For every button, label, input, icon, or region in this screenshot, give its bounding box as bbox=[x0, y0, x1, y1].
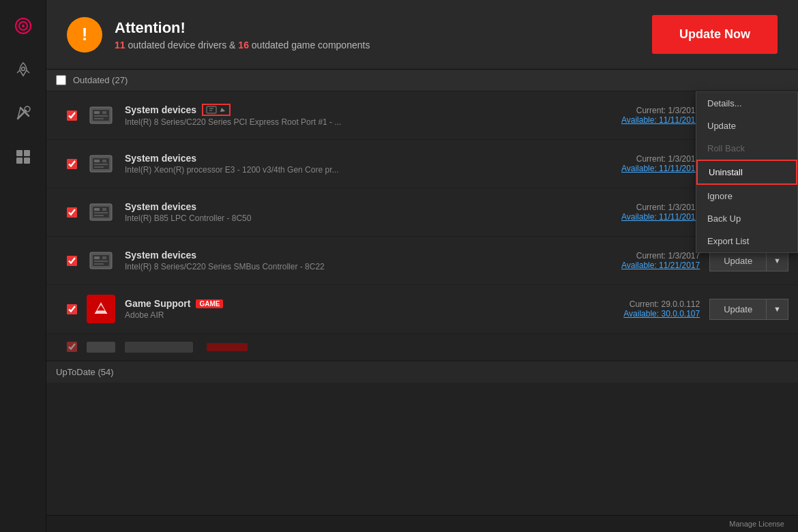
driver-icon-3 bbox=[87, 198, 115, 226]
dropdown-item-ignore[interactable]: Ignore bbox=[696, 185, 797, 207]
update-arrow-5[interactable]: ▼ bbox=[766, 299, 788, 320]
select-all-checkbox[interactable] bbox=[56, 75, 66, 85]
message-part1: outdated device drivers & bbox=[128, 40, 238, 50]
current-version-2: Current: 1/3/2017 bbox=[621, 154, 700, 164]
driver-sub-2: Intel(R) Xeon(R) processor E3 - 1200 v3/… bbox=[125, 165, 621, 175]
svg-rect-35 bbox=[94, 256, 100, 259]
driver-info-5: Game Support GAME Adobe AIR bbox=[125, 298, 623, 320]
driver-name-4: System devices bbox=[125, 250, 621, 261]
dropdown-item-update[interactable]: Update bbox=[696, 115, 797, 137]
update-arrow-4[interactable]: ▼ bbox=[766, 250, 788, 271]
svg-rect-29 bbox=[94, 208, 100, 211]
driver-name-3: System devices bbox=[125, 201, 621, 212]
update-now-button[interactable]: Update Now bbox=[652, 15, 778, 54]
driver-name-1: System devices bbox=[125, 104, 621, 116]
driver-icon-2 bbox=[87, 149, 115, 178]
table-row: System devices Intel(R) 8 Series/C220 Se… bbox=[46, 237, 798, 285]
table-row: System devices Intel(R) Xeon(R) processo… bbox=[46, 140, 798, 188]
uptodate-label: UpToDate (54) bbox=[56, 367, 114, 377]
svg-rect-23 bbox=[94, 160, 100, 162]
row-checkbox-6[interactable] bbox=[67, 342, 77, 352]
header-bar: ! Attention! 11 outdated device drivers … bbox=[46, 0, 798, 70]
svg-rect-16 bbox=[94, 115, 108, 117]
current-version-4: Current: 1/3/2017 bbox=[621, 251, 700, 261]
driver-info-2: System devices Intel(R) Xeon(R) processo… bbox=[125, 153, 621, 175]
driver-icon-1 bbox=[87, 101, 115, 130]
driver-sub-1: Intel(R) 8 Series/C220 Series PCI Expres… bbox=[125, 117, 621, 127]
sidebar bbox=[0, 0, 46, 532]
row-checkbox-2[interactable] bbox=[67, 159, 77, 169]
driver-info-4: System devices Intel(R) 8 Series/C220 Se… bbox=[125, 250, 621, 271]
header-left: ! Attention! 11 outdated device drivers … bbox=[67, 17, 370, 53]
svg-rect-31 bbox=[94, 212, 108, 213]
row-checkbox-1[interactable] bbox=[67, 110, 77, 121]
table-area: Outdated (27) System devices bbox=[46, 70, 798, 515]
driver-versions-3: Current: 1/3/2017 Available: 11/11/2017 bbox=[621, 203, 700, 222]
svg-rect-26 bbox=[94, 166, 104, 168]
bottom-section: UpToDate (54) bbox=[46, 361, 798, 383]
dropdown-item-details[interactable]: Details... bbox=[696, 92, 797, 115]
table-row: System devices Intel(R) 8 Series/C220 Se… bbox=[46, 91, 798, 140]
svg-rect-25 bbox=[94, 164, 108, 165]
sidebar-icon-grid[interactable] bbox=[11, 145, 35, 169]
svg-point-3 bbox=[21, 68, 25, 71]
svg-rect-11 bbox=[24, 158, 30, 164]
available-version-3[interactable]: Available: 11/11/2017 bbox=[621, 212, 700, 222]
dropdown-item-export[interactable]: Export List bbox=[696, 230, 797, 252]
outdated-count-2: 16 bbox=[238, 40, 249, 50]
message-part2: outdated game components bbox=[252, 40, 370, 50]
svg-rect-30 bbox=[102, 208, 106, 211]
manage-license-link[interactable]: Manage License bbox=[729, 520, 784, 528]
sidebar-icon-target[interactable] bbox=[11, 14, 35, 38]
driver-name-5: Game Support GAME bbox=[125, 298, 623, 309]
svg-rect-37 bbox=[94, 261, 108, 262]
main-content: ! Attention! 11 outdated device drivers … bbox=[46, 0, 798, 532]
current-version-3: Current: 1/3/2017 bbox=[621, 203, 700, 212]
table-row: Game Support GAME Adobe AIR Current: 29.… bbox=[46, 285, 798, 334]
table-row-partial bbox=[46, 334, 798, 361]
svg-point-2 bbox=[22, 25, 25, 27]
current-version-1: Current: 1/3/2017 bbox=[621, 106, 700, 115]
section-label: Outdated (27) bbox=[73, 75, 128, 85]
available-version-1[interactable]: Available: 11/11/2017 bbox=[621, 115, 700, 125]
available-version-4[interactable]: Available: 11/21/2017 bbox=[621, 261, 700, 270]
update-button-5[interactable]: Update bbox=[709, 299, 766, 320]
driver-versions-1: Current: 1/3/2017 Available: 11/11/2017 bbox=[621, 106, 700, 125]
driver-sub-3: Intel(R) B85 LPC Controller - 8C50 bbox=[125, 213, 621, 223]
update-btn-group-5: Update ▼ bbox=[709, 299, 788, 320]
game-icon-5 bbox=[87, 295, 115, 323]
dropdown-item-uninstall[interactable]: Uninstall bbox=[696, 160, 797, 185]
svg-rect-18 bbox=[207, 106, 216, 113]
row-checkbox-4[interactable] bbox=[67, 256, 77, 266]
svg-rect-24 bbox=[102, 160, 106, 162]
driver-versions-5: Current: 29.0.0.112 Available: 30.0.0.10… bbox=[623, 299, 700, 319]
row-checkbox-5[interactable] bbox=[67, 304, 77, 314]
svg-rect-38 bbox=[94, 263, 104, 265]
outdated-count-1: 11 bbox=[115, 40, 125, 50]
svg-rect-17 bbox=[94, 118, 104, 119]
sidebar-icon-rocket[interactable] bbox=[11, 57, 35, 82]
available-version-5[interactable]: Available: 30.0.0.107 bbox=[623, 309, 700, 319]
header-text: Attention! 11 outdated device drivers & … bbox=[115, 19, 370, 50]
driver-sub-4: Intel(R) 8 Series/C220 Series SMBus Cont… bbox=[125, 262, 621, 271]
svg-rect-10 bbox=[16, 158, 23, 164]
svg-rect-32 bbox=[94, 215, 104, 216]
sidebar-icon-wrench[interactable] bbox=[11, 101, 35, 125]
update-button-4[interactable]: Update bbox=[709, 250, 766, 271]
dropdown-menu: Details... Update Roll Back Uninstall Ig… bbox=[696, 91, 798, 253]
dropdown-item-backup[interactable]: Back Up bbox=[696, 207, 797, 230]
driver-info-3: System devices Intel(R) B85 LPC Controll… bbox=[125, 201, 621, 223]
edit-badge-1 bbox=[202, 104, 231, 116]
svg-rect-36 bbox=[102, 256, 106, 259]
svg-rect-9 bbox=[24, 150, 30, 156]
svg-rect-8 bbox=[16, 150, 23, 156]
attention-message: 11 outdated device drivers & 16 outdated… bbox=[115, 40, 370, 50]
footer-bar: Manage License bbox=[46, 515, 798, 532]
available-version-2[interactable]: Available: 11/11/2017 bbox=[621, 164, 700, 173]
game-badge: GAME bbox=[196, 299, 223, 308]
driver-icon-4 bbox=[87, 246, 115, 275]
driver-name-2: System devices bbox=[125, 153, 621, 164]
driver-sub-5: Adobe AIR bbox=[125, 310, 623, 320]
row-checkbox-3[interactable] bbox=[67, 207, 77, 218]
driver-info-1: System devices Intel(R) 8 Series/C220 Se… bbox=[125, 104, 621, 127]
